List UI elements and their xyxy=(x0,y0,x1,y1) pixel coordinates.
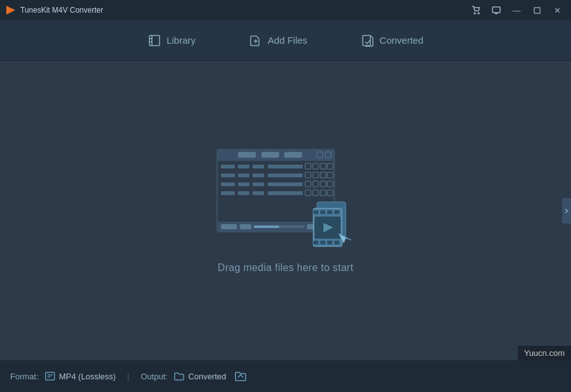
svg-rect-21 xyxy=(253,165,264,168)
close-button[interactable]: ✕ xyxy=(548,4,566,16)
svg-rect-61 xyxy=(327,210,332,214)
svg-marker-0 xyxy=(6,6,15,15)
svg-rect-65 xyxy=(327,241,332,244)
output-folder-icon xyxy=(173,370,185,382)
film-icon xyxy=(311,199,355,250)
nav-bar: Library Add Files Converted xyxy=(0,20,571,61)
drag-text: Drag media files here to start xyxy=(218,262,353,274)
svg-rect-22 xyxy=(268,165,303,168)
feedback-button[interactable] xyxy=(487,4,505,16)
svg-rect-23 xyxy=(305,163,311,169)
svg-rect-60 xyxy=(320,210,325,214)
svg-rect-15 xyxy=(261,152,279,158)
status-separator: | xyxy=(127,372,129,381)
svg-rect-33 xyxy=(320,172,326,178)
svg-rect-59 xyxy=(313,210,318,214)
app-logo-icon xyxy=(5,4,16,16)
svg-rect-20 xyxy=(238,165,249,168)
drop-zone-illustration xyxy=(216,148,355,250)
svg-rect-44 xyxy=(238,191,249,195)
browse-folder-button[interactable] xyxy=(234,369,248,383)
svg-rect-63 xyxy=(313,241,318,244)
svg-rect-3 xyxy=(493,7,500,13)
svg-rect-46 xyxy=(268,191,303,195)
restore-button[interactable] xyxy=(528,4,546,16)
svg-rect-53 xyxy=(240,224,251,229)
svg-rect-69 xyxy=(46,372,54,380)
svg-rect-50 xyxy=(327,190,333,196)
svg-point-2 xyxy=(478,13,479,14)
svg-rect-41 xyxy=(320,181,326,187)
svg-rect-16 xyxy=(284,152,302,158)
converted-icon xyxy=(361,34,375,47)
svg-rect-45 xyxy=(253,191,264,195)
main-content: Drag media files here to start xyxy=(0,61,571,360)
open-folder-icon xyxy=(234,369,248,383)
output-value: Converted xyxy=(188,372,226,381)
svg-rect-37 xyxy=(253,182,264,186)
tab-converted[interactable]: Converted xyxy=(353,30,431,51)
svg-rect-19 xyxy=(221,165,235,168)
cart-button[interactable] xyxy=(467,4,485,16)
svg-rect-27 xyxy=(221,174,235,177)
title-bar: TunesKit M4V Converter — ✕ xyxy=(0,0,571,20)
svg-rect-28 xyxy=(238,174,249,177)
svg-rect-39 xyxy=(305,181,311,187)
svg-rect-42 xyxy=(327,181,333,187)
tab-add-files-label: Add Files xyxy=(268,35,308,46)
svg-rect-5 xyxy=(149,35,160,46)
tab-library[interactable]: Library xyxy=(140,30,203,51)
svg-rect-14 xyxy=(238,152,256,158)
svg-rect-31 xyxy=(305,172,311,178)
tab-library-label: Library xyxy=(166,35,196,46)
svg-rect-25 xyxy=(320,163,326,169)
chevron-right-icon xyxy=(563,208,570,214)
svg-rect-62 xyxy=(334,210,339,214)
svg-rect-55 xyxy=(254,225,279,228)
svg-rect-34 xyxy=(327,172,333,178)
svg-rect-29 xyxy=(253,174,264,177)
title-controls: — ✕ xyxy=(467,4,566,16)
svg-rect-52 xyxy=(221,224,237,229)
svg-rect-32 xyxy=(313,172,318,178)
svg-rect-24 xyxy=(313,163,318,169)
svg-point-1 xyxy=(474,13,475,14)
format-icon xyxy=(44,370,56,382)
svg-rect-48 xyxy=(313,190,318,196)
title-left: TunesKit M4V Converter xyxy=(5,4,103,16)
svg-rect-35 xyxy=(221,182,235,186)
svg-rect-43 xyxy=(221,191,235,195)
side-arrow-button[interactable] xyxy=(562,198,571,224)
svg-rect-38 xyxy=(268,182,303,186)
status-bar: Format: MP4 (Lossless) | Output: Convert… xyxy=(0,360,571,392)
add-files-icon xyxy=(249,34,263,47)
format-label: Format: xyxy=(10,372,39,381)
svg-rect-26 xyxy=(327,163,333,169)
svg-rect-47 xyxy=(305,190,311,196)
svg-rect-36 xyxy=(238,182,249,186)
svg-rect-49 xyxy=(320,190,326,196)
output-label: Output: xyxy=(141,372,168,381)
app-title: TunesKit M4V Converter xyxy=(20,6,103,15)
minimize-button[interactable]: — xyxy=(508,4,525,16)
svg-rect-40 xyxy=(313,181,318,187)
svg-rect-64 xyxy=(320,241,325,244)
svg-rect-30 xyxy=(268,174,303,177)
tab-add-files[interactable]: Add Files xyxy=(241,30,315,51)
library-icon xyxy=(147,34,161,47)
format-value: MP4 (Lossless) xyxy=(59,372,116,381)
svg-rect-4 xyxy=(534,8,540,13)
tab-converted-label: Converted xyxy=(380,35,424,46)
svg-rect-66 xyxy=(334,241,339,244)
